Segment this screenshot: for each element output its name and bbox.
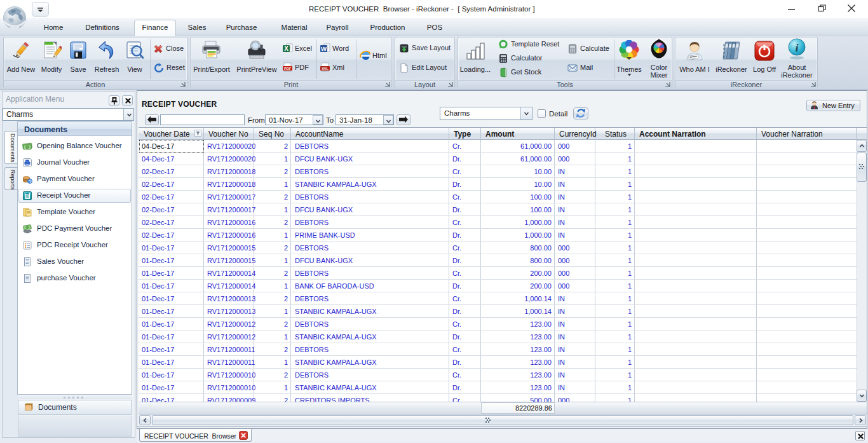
svg-text:X: X <box>284 45 288 52</box>
svg-text:PDF: PDF <box>284 67 292 71</box>
svg-text:W: W <box>321 45 327 52</box>
svg-text:i: i <box>796 42 799 54</box>
svg-text:XVL: XVL <box>322 67 329 71</box>
